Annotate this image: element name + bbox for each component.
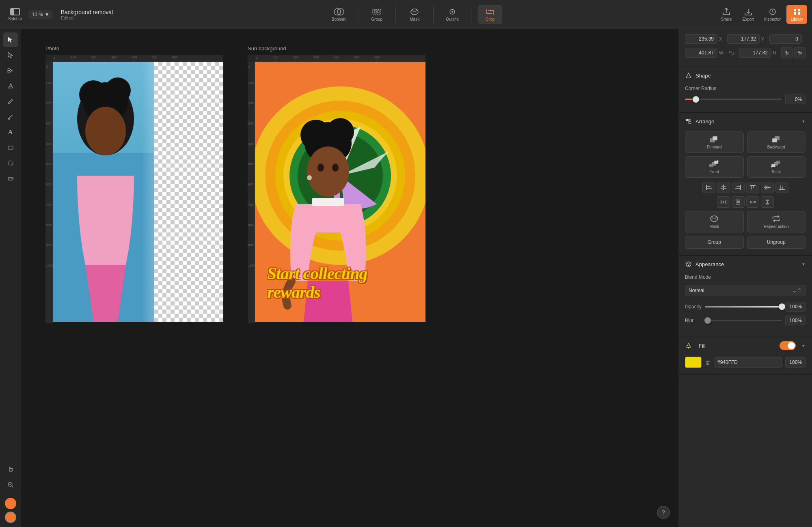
- corner-radius-input[interactable]: [785, 95, 806, 104]
- blur-input[interactable]: [785, 316, 806, 325]
- fill-color-swatch[interactable]: [685, 357, 702, 368]
- ruler-horizontal-1: 0 100 200 300 400: [53, 55, 223, 62]
- arrange-section: Arrange ▼ Forward: [678, 113, 812, 256]
- dist-v-button[interactable]: [732, 196, 745, 208]
- svg-point-107: [307, 146, 349, 197]
- svg-text:0: 0: [54, 56, 56, 60]
- canvas-area[interactable]: Photo 0 100 200: [21, 29, 678, 527]
- svg-point-109: [332, 163, 339, 172]
- share-button[interactable]: Share: [716, 5, 736, 24]
- fill-delete-button[interactable]: 🗑: [705, 359, 710, 366]
- y-input[interactable]: [727, 34, 760, 44]
- sidebar-toggle-button[interactable]: Sidebar: [5, 6, 25, 24]
- photo-canvas[interactable]: [53, 62, 223, 322]
- group-action-button[interactable]: Group: [685, 236, 744, 249]
- forward-button[interactable]: Forward: [685, 131, 744, 153]
- inspector-button[interactable]: Inspector: [760, 5, 785, 24]
- svg-rect-147: [723, 201, 724, 203]
- backward-button[interactable]: Backward: [747, 131, 806, 153]
- opacity-thumb[interactable]: [779, 303, 785, 310]
- crop-tools: Crop: [475, 5, 505, 24]
- shape-header[interactable]: Shape: [678, 67, 812, 84]
- repeat-action-button[interactable]: Repeat action: [747, 211, 806, 232]
- ungroup-action-button[interactable]: Ungroup: [747, 236, 806, 249]
- direct-select-tool[interactable]: [3, 48, 18, 62]
- slider-thumb[interactable]: [693, 96, 699, 103]
- arrange-title: Arrange: [695, 118, 801, 125]
- svg-rect-137: [751, 186, 752, 189]
- lasso-tool[interactable]: [3, 156, 18, 170]
- spacing-h-button[interactable]: [746, 196, 759, 208]
- library-icon: [791, 7, 803, 16]
- crop-button[interactable]: Crop: [478, 5, 502, 24]
- scissors-tool[interactable]: [3, 63, 18, 78]
- svg-rect-115: [686, 119, 689, 121]
- svg-text:300: 300: [111, 56, 117, 59]
- blur-thumb[interactable]: [704, 317, 711, 324]
- rotation-field: [769, 34, 806, 44]
- artboard-sun-label: Sun background: [248, 45, 425, 52]
- help-button[interactable]: ?: [657, 506, 670, 519]
- fill-hex-input[interactable]: [714, 357, 782, 368]
- flip-vertical-button[interactable]: [794, 47, 806, 58]
- fill-opacity-input[interactable]: [785, 357, 806, 368]
- fill-toggle[interactable]: [780, 341, 796, 350]
- w-input[interactable]: [685, 48, 717, 58]
- opacity-slider[interactable]: [705, 303, 782, 311]
- shape-title: Shape: [695, 73, 806, 79]
- back-button[interactable]: Back: [747, 156, 806, 178]
- svg-text:700: 700: [46, 203, 52, 206]
- flip-horizontal-button[interactable]: [781, 47, 793, 58]
- brush-tool[interactable]: [3, 110, 18, 124]
- arrange-order-grid: Forward Backward: [685, 131, 806, 178]
- svg-rect-128: [707, 186, 710, 187]
- align-middle-v-button[interactable]: [761, 182, 774, 193]
- select-tool[interactable]: [3, 32, 18, 47]
- blend-mode-select[interactable]: Normal ⌄⌃: [685, 285, 806, 296]
- boolean-button[interactable]: Boolean: [327, 5, 351, 24]
- color-swatch-1[interactable]: [5, 498, 16, 509]
- canvas-scroll[interactable]: Photo 0 100 200: [21, 29, 678, 527]
- rotation-input[interactable]: [769, 34, 802, 44]
- shape-body: Corner Radius: [678, 84, 812, 112]
- align-right-button[interactable]: [732, 182, 745, 193]
- dist-h-button[interactable]: [717, 196, 730, 208]
- eraser-tool[interactable]: [3, 171, 18, 186]
- separator-4: [471, 6, 471, 23]
- export-button[interactable]: Export: [738, 5, 758, 24]
- opacity-input[interactable]: [785, 302, 806, 312]
- appearance-header[interactable]: Appearance ▼: [678, 256, 812, 273]
- mask-button[interactable]: Mask: [402, 5, 427, 24]
- align-center-h-button[interactable]: [717, 182, 730, 193]
- position-size-section: X Y W: [678, 29, 812, 67]
- align-row-2: [685, 196, 806, 208]
- h-input[interactable]: [739, 48, 771, 58]
- outline-button[interactable]: Outline: [440, 5, 464, 24]
- zoom-control[interactable]: 10 % ▼: [28, 10, 52, 19]
- zoom-tool[interactable]: [3, 478, 18, 492]
- align-top-button[interactable]: [746, 182, 759, 193]
- color-swatch-2[interactable]: [5, 512, 16, 523]
- mask-arrange-button[interactable]: Mask: [685, 211, 744, 232]
- library-button[interactable]: Library: [786, 5, 807, 24]
- shape-tool[interactable]: [3, 140, 18, 155]
- align-bottom-button[interactable]: [775, 182, 788, 193]
- share-icon: [721, 7, 732, 16]
- topbar-center-tools: Boolean Group: [113, 5, 716, 24]
- corner-radius-slider[interactable]: [685, 95, 782, 103]
- pen-tool[interactable]: [3, 79, 18, 93]
- x-input[interactable]: [685, 34, 717, 44]
- svg-text:300: 300: [248, 122, 254, 125]
- hand-tool[interactable]: [3, 462, 18, 477]
- link-proportions-icon[interactable]: [727, 48, 736, 58]
- svg-rect-148: [736, 200, 740, 200]
- align-left-button[interactable]: [702, 182, 715, 193]
- pencil-tool[interactable]: [3, 94, 18, 109]
- spacing-v-button[interactable]: [761, 196, 774, 208]
- group-button[interactable]: Group: [365, 5, 389, 24]
- arrange-header[interactable]: Arrange ▼: [678, 113, 812, 130]
- text-tool[interactable]: A: [3, 125, 18, 140]
- front-button[interactable]: Front: [685, 156, 744, 178]
- blur-slider[interactable]: [704, 316, 782, 325]
- sun-canvas[interactable]: Start collectingrewards: [255, 62, 425, 322]
